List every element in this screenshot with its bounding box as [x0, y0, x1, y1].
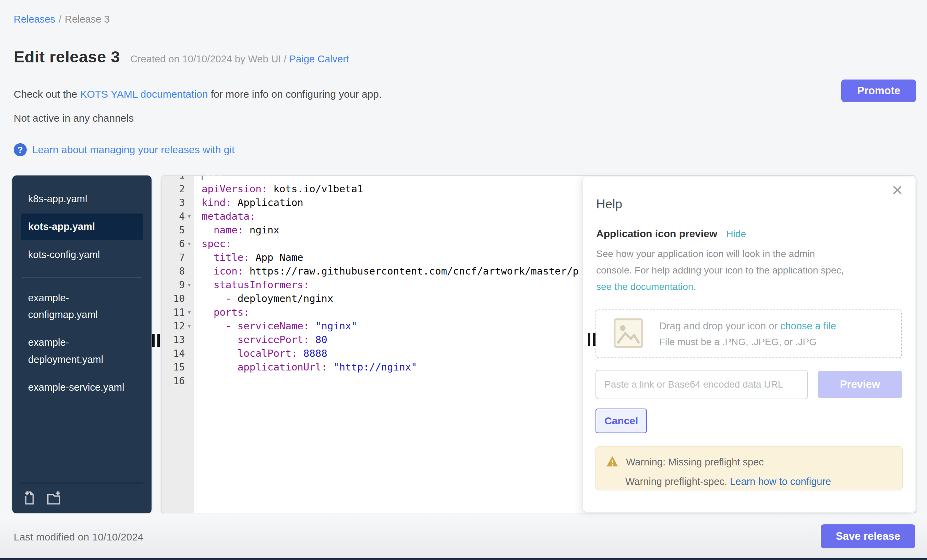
desc-line2: console. For help adding your icon to th… [596, 265, 844, 276]
promote-button[interactable]: Promote [841, 79, 916, 102]
save-release-button[interactable]: Save release [821, 524, 915, 548]
file-item-k8s-app.yaml[interactable]: k8s-app.yaml [21, 186, 143, 212]
file-list: k8s-app.yamlkots-app.yamlkots-config.yam… [21, 186, 143, 401]
docs-info-line: Check out the KOTS YAML documentation fo… [14, 88, 381, 100]
release-editor: k8s-app.yamlkots-app.yamlkots-config.yam… [12, 176, 916, 513]
breadcrumb-releases-link[interactable]: Releases [14, 14, 55, 25]
see-documentation-link[interactable]: see the documentation [596, 281, 693, 292]
image-placeholder-icon [613, 318, 643, 349]
warning-icon [606, 455, 619, 469]
text-cursor [202, 176, 203, 180]
add-folder-icon[interactable] [46, 490, 62, 506]
icon-preview-description: See how your application icon will look … [596, 246, 884, 295]
sidebar-actions [21, 483, 143, 506]
dropzone-text: Drag and drop your icon or [659, 320, 780, 331]
icon-url-input[interactable] [596, 370, 808, 399]
sidebar-divider [22, 278, 142, 278]
help-panel-resize-handle[interactable] [588, 333, 596, 346]
file-sidebar: k8s-app.yamlkots-app.yamlkots-config.yam… [12, 176, 152, 513]
created-text: Created on 10/10/2024 by Web UI / [130, 53, 287, 64]
preview-button[interactable]: Preview [818, 371, 902, 398]
file-item-kots-app.yaml[interactable]: kots-app.yaml [21, 214, 143, 240]
close-icon[interactable]: ✕ [891, 184, 903, 198]
docs-info-post: for more info on configuring your app. [208, 88, 381, 100]
help-panel: ✕ Help Application icon preview Hide See… [583, 177, 915, 512]
git-releases-link[interactable]: Learn about managing your releases with … [32, 144, 234, 156]
indent-guide [226, 325, 226, 366]
breadcrumb-separator: / [59, 14, 61, 25]
warning-text: Warning preflight-spec. [625, 476, 730, 487]
warning-title: Warning: Missing preflight spec [626, 457, 764, 468]
hide-link[interactable]: Hide [726, 229, 746, 240]
author-link[interactable]: Paige Calvert [289, 53, 349, 64]
warning-configure-link[interactable]: Learn how to configure [730, 476, 831, 487]
dropzone-filetypes: File must be a .PNG, .JPEG, or .JPG [659, 337, 836, 348]
preflight-warning: Warning: Missing preflight spec Warning … [596, 446, 903, 490]
file-item-kots-config.yaml[interactable]: kots-config.yaml [21, 241, 143, 268]
page-title: Edit release 3 [14, 47, 120, 66]
file-item-example-configmap.yaml[interactable]: example-configmap.yaml [21, 285, 143, 328]
created-info: Created on 10/10/2024 by Web UI /Paige C… [130, 53, 349, 65]
title-row: Edit release 3 Created on 10/10/2024 by … [14, 47, 349, 66]
file-item-example-deployment.yaml[interactable]: example-deployment.yaml [21, 329, 143, 373]
icon-preview-title: Application icon preview [596, 228, 717, 240]
cancel-button[interactable]: Cancel [596, 408, 647, 433]
desc-line1: See how your application icon will look … [596, 249, 815, 259]
sidebar-resize-handle[interactable] [152, 334, 160, 347]
docs-info-pre: Check out the [14, 88, 80, 100]
help-title: Help [596, 197, 622, 211]
file-item-example-service.yaml[interactable]: example-service.yaml [21, 374, 143, 401]
choose-file-link[interactable]: choose a file [780, 320, 836, 331]
breadcrumb: Releases/Release 3 [14, 14, 110, 25]
question-icon: ? [14, 143, 27, 156]
icon-dropzone[interactable]: Drag and drop your icon or choose a file… [596, 310, 902, 358]
git-help-row: ? Learn about managing your releases wit… [14, 143, 234, 156]
add-file-icon[interactable] [21, 490, 37, 506]
last-modified-text: Last modified on 10/10/2024 [14, 531, 144, 543]
footer-bar: Last modified on 10/10/2024 Save release [0, 513, 927, 558]
desc-end: . [693, 281, 696, 292]
kots-yaml-docs-link[interactable]: KOTS YAML documentation [80, 88, 208, 100]
bottom-strip [0, 558, 927, 560]
breadcrumb-current: Release 3 [65, 14, 110, 25]
channel-status-text: Not active in any channels [14, 112, 134, 124]
